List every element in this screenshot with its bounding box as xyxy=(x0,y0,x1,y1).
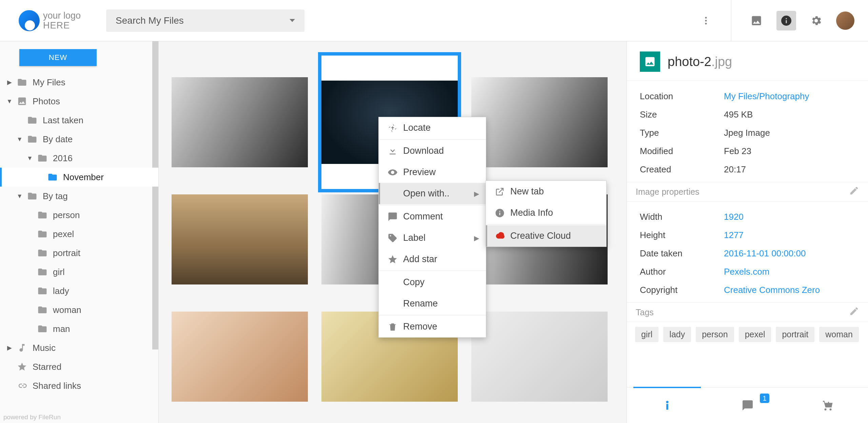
menu-separator xyxy=(486,224,606,225)
context-menu: Locate Download Preview Open with..▶ Com… xyxy=(378,117,486,338)
tree: ▶My Files ▼Photos Last taken ▼By date ▼2… xyxy=(0,73,158,395)
header: your logo HERE Search My Files xyxy=(0,0,868,41)
menu-remove[interactable]: Remove xyxy=(379,316,486,337)
edit-icon[interactable] xyxy=(849,186,859,198)
location-link[interactable]: My Files/Photography xyxy=(724,91,809,102)
menu-open-with[interactable]: Open with..▶ xyxy=(379,183,486,204)
thumbnail-7[interactable] xyxy=(172,312,308,402)
info-icon xyxy=(493,208,507,218)
sidebar-item-photos[interactable]: ▼Photos xyxy=(0,92,158,111)
new-button[interactable]: NEW xyxy=(19,49,97,66)
eye-icon xyxy=(386,167,400,177)
submenu-creative-cloud[interactable]: Creative Cloud xyxy=(486,225,606,247)
menu-separator xyxy=(379,205,486,205)
sidebar-item-my-files[interactable]: ▶My Files xyxy=(0,73,158,92)
tag-icon xyxy=(386,233,400,243)
comment-icon xyxy=(386,212,400,222)
sidebar-item-by-tag[interactable]: ▼By tag xyxy=(0,187,158,206)
sidebar-item-last-taken[interactable]: Last taken xyxy=(0,111,158,130)
menu-separator xyxy=(379,271,486,271)
search-input[interactable]: Search My Files xyxy=(106,9,304,32)
avatar[interactable] xyxy=(836,12,854,30)
sidebar-item-shared[interactable]: Shared links xyxy=(0,376,158,395)
submenu-media-info[interactable]: Media Info xyxy=(486,202,606,224)
comment-badge: 1 xyxy=(760,394,769,403)
details-tabs: 1 xyxy=(627,387,868,423)
thumbnail-3[interactable] xyxy=(471,77,608,167)
file-type-badge-icon xyxy=(640,51,660,72)
menu-locate[interactable]: Locate xyxy=(379,117,486,139)
tag-person[interactable]: person xyxy=(696,327,734,342)
sidebar-item-portrait[interactable]: portrait xyxy=(0,244,158,262)
details-panel: photo-2.jpg LocationMy Files/Photography… xyxy=(627,41,868,423)
sidebar-item-man[interactable]: man xyxy=(0,319,158,338)
tag-woman[interactable]: woman xyxy=(819,327,859,342)
svg-rect-4 xyxy=(666,404,668,409)
chevron-right-icon: ▶ xyxy=(474,190,479,198)
image-properties-header: Image properties xyxy=(627,182,868,202)
logo-text: your logo HERE xyxy=(43,11,81,30)
info-icon[interactable] xyxy=(776,11,796,30)
tag-portrait[interactable]: portrait xyxy=(776,327,814,342)
chevron-right-icon: ▶ xyxy=(474,234,479,242)
details-image-props: Width1920 Height1277 Date taken2016-11-0… xyxy=(627,202,868,300)
sidebar-item-girl[interactable]: girl xyxy=(0,262,158,281)
details-basic: LocationMy Files/Photography Size495 KB … xyxy=(627,81,868,180)
star-icon xyxy=(386,254,400,265)
sidebar: NEW ▶My Files ▼Photos Last taken ▼By dat… xyxy=(0,41,159,423)
sidebar-item-starred[interactable]: Starred xyxy=(0,357,158,376)
thumbnail-1[interactable] xyxy=(172,77,308,167)
search-placeholder: Search My Files xyxy=(116,15,184,26)
locate-icon xyxy=(386,123,400,133)
sidebar-item-2016[interactable]: ▼2016 xyxy=(0,149,158,168)
powered-by: powered by FileRun xyxy=(3,414,61,421)
file-grid: Locate Download Preview Open with..▶ Com… xyxy=(159,41,627,423)
image-icon[interactable] xyxy=(747,11,766,30)
menu-copy[interactable]: Copy xyxy=(379,272,486,293)
menu-rename[interactable]: Rename xyxy=(379,293,486,314)
thumbnail-9[interactable] xyxy=(471,312,608,402)
menu-add-star[interactable]: Add star xyxy=(379,249,486,270)
more-icon[interactable] xyxy=(696,11,716,30)
submenu-new-tab[interactable]: New tab xyxy=(486,181,606,202)
menu-comment[interactable]: Comment xyxy=(379,206,486,227)
menu-separator xyxy=(379,139,486,140)
tag-girl[interactable]: girl xyxy=(635,327,658,342)
logo[interactable]: your logo HERE xyxy=(19,10,81,31)
sidebar-item-by-date[interactable]: ▼By date xyxy=(0,130,158,149)
sidebar-item-lady[interactable]: lady xyxy=(0,281,158,300)
download-icon xyxy=(386,146,400,156)
sidebar-item-person[interactable]: person xyxy=(0,206,158,225)
menu-separator xyxy=(379,315,486,315)
sidebar-item-pexel[interactable]: pexel xyxy=(0,225,158,244)
sidebar-item-november[interactable]: November xyxy=(0,168,158,187)
svg-point-3 xyxy=(666,401,668,403)
tab-info[interactable] xyxy=(627,387,707,423)
tags-header: Tags xyxy=(627,302,868,322)
sidebar-item-woman[interactable]: woman xyxy=(0,300,158,319)
file-name: photo-2.jpg xyxy=(668,55,732,69)
tags-list: girl lady person pexel portrait woman xyxy=(627,322,868,347)
sidebar-item-music[interactable]: ▶Music xyxy=(0,338,158,357)
external-link-icon xyxy=(493,187,507,197)
trash-icon xyxy=(386,322,400,332)
creative-cloud-icon xyxy=(493,231,507,241)
menu-label[interactable]: Label▶ xyxy=(379,227,486,249)
svg-point-0 xyxy=(705,17,707,18)
thumbnail-4[interactable] xyxy=(172,194,308,284)
body: NEW ▶My Files ▼Photos Last taken ▼By dat… xyxy=(0,41,868,423)
tab-comments[interactable]: 1 xyxy=(707,387,788,423)
tag-lady[interactable]: lady xyxy=(663,327,691,342)
edit-icon[interactable] xyxy=(849,306,859,318)
tag-pexel[interactable]: pexel xyxy=(739,327,771,342)
gear-icon[interactable] xyxy=(806,11,826,30)
menu-download[interactable]: Download xyxy=(379,140,486,162)
logo-icon xyxy=(19,10,40,31)
details-header: photo-2.jpg xyxy=(627,41,868,81)
menu-preview[interactable]: Preview xyxy=(379,162,486,183)
tab-cart[interactable] xyxy=(788,387,868,423)
chevron-down-icon xyxy=(290,19,295,22)
open-with-submenu: New tab Media Info Creative Cloud xyxy=(486,181,607,247)
separator xyxy=(731,0,731,41)
header-actions xyxy=(696,0,854,41)
